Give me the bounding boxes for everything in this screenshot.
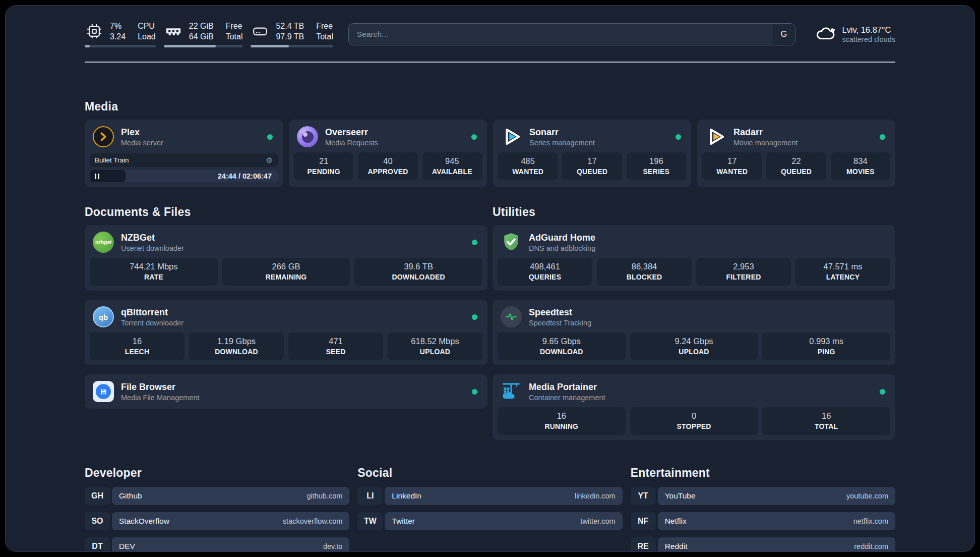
bookmark-linkedin[interactable]: LI LinkedIn linkedin.com <box>357 487 622 505</box>
bookmark-dev[interactable]: DT DEV dev.to <box>85 537 349 552</box>
bookmark-url: stackoverflow.com <box>283 517 342 525</box>
stat-box: 266 GB REMAINING <box>222 258 350 286</box>
cpu-usage: 7% <box>110 21 126 31</box>
app-card-nzbget[interactable]: nzbget NZBGet Usenet downloader 744.21 M… <box>85 225 487 291</box>
cpu-icon <box>85 22 104 41</box>
stat-value: 9.65 Gbps <box>500 337 624 346</box>
stat-label: DOWNLOAD <box>191 348 282 356</box>
app-name: Media Portainer <box>529 382 873 393</box>
app-card-radarr[interactable]: Radarr Movie management 17 WANTED 22 QUE… <box>697 120 895 187</box>
qbittorrent-icon: qb <box>93 306 114 327</box>
stat-label: QUERIES <box>500 273 590 281</box>
stat-box: 39.6 TB DOWNLOADED <box>354 258 482 286</box>
gear-icon[interactable]: ⚙ <box>266 156 273 164</box>
app-card-adguard[interactable]: AdGuard Home DNS and adblocking 498,461 … <box>493 225 895 291</box>
cpu-label: CPU <box>138 21 156 31</box>
now-playing-bar[interactable]: Bullet Train ⚙ <box>90 153 278 167</box>
entertainment-section-title: Entertainment <box>631 466 895 480</box>
bookmark-reddit[interactable]: RE Reddit reddit.com <box>631 537 895 552</box>
stat-box: 17 QUEUED <box>562 152 622 180</box>
app-card-speedtest[interactable]: Speedtest Speedtest Tracking 9.65 Gbps D… <box>493 300 895 365</box>
app-name: AdGuard Home <box>529 233 887 243</box>
nzbget-icon-text: nzbget <box>95 240 111 245</box>
stat-label: QUEUED <box>768 168 824 176</box>
app-card-qbittorrent[interactable]: qb qBittorrent Torrent downloader 16 <box>85 300 487 365</box>
memory-total-label: Total <box>226 31 243 42</box>
search-engine-button[interactable]: G <box>772 24 795 45</box>
app-name: File Browser <box>121 382 465 393</box>
stat-label: FILTERED <box>698 273 789 281</box>
app-subtitle: Speedtest Tracking <box>529 319 887 327</box>
bookmark-url: youtube.com <box>846 492 888 500</box>
bookmark-netflix[interactable]: NF Netflix netflix.com <box>631 512 895 530</box>
stat-value: 86,384 <box>599 262 690 271</box>
stat-label: STOPPED <box>632 422 756 430</box>
stat-box: 618.52 Mbps UPLOAD <box>388 332 482 360</box>
stat-value: 498,461 <box>500 262 590 271</box>
stat-box: 1.19 Gbps DOWNLOAD <box>189 332 284 360</box>
stat-value: 0.993 ms <box>764 337 888 346</box>
stat-label: SEED <box>290 348 381 356</box>
stat-box: 471 SEED <box>288 332 383 360</box>
app-subtitle: Media File Management <box>121 394 465 402</box>
documents-section-title: Documents & Files <box>85 205 487 219</box>
stat-value: 39.6 TB <box>356 262 480 271</box>
section-media: Media Plex Media server <box>85 100 895 187</box>
bookmark-name: DEV <box>119 542 135 551</box>
playback-progress-bar[interactable]: 24:44 / 02:06:47 <box>90 170 278 182</box>
bookmark-abbr: GH <box>85 487 110 505</box>
bookmark-stackoverflow[interactable]: SO StackOverflow stackoverflow.com <box>85 512 349 530</box>
weather-location-temp: Lviv, 16.87°C <box>842 25 895 35</box>
dashboard: 7% 3.24 CPU Load <box>5 5 975 552</box>
search-bar: G <box>348 23 795 45</box>
stat-value: 196 <box>629 156 684 166</box>
status-online-dot <box>880 134 885 140</box>
qbittorrent-icon-text: qb <box>99 313 108 321</box>
stat-label: RUNNING <box>500 422 624 430</box>
pause-icon[interactable] <box>95 174 101 179</box>
memory-total: 64 GiB <box>189 31 214 42</box>
app-card-overseerr[interactable]: Overseerr Media Requests 21 PENDING 40 A… <box>289 120 487 187</box>
stat-value: 40 <box>360 156 415 166</box>
stat-label: UPLOAD <box>390 348 480 356</box>
app-name: Plex <box>121 127 260 138</box>
app-card-sonarr[interactable]: Sonarr Series management 485 WANTED 17 Q… <box>493 120 691 187</box>
bookmark-twitter[interactable]: TW Twitter twitter.com <box>357 512 622 530</box>
portainer-crane-icon <box>501 381 522 402</box>
memory-free: 22 GiB <box>189 21 214 31</box>
header-divider <box>85 62 895 63</box>
stat-box: 16 LEECH <box>90 332 185 360</box>
stat-box: 16 TOTAL <box>762 407 890 435</box>
app-name: NZBGet <box>121 233 465 243</box>
app-subtitle: Media Requests <box>325 139 464 147</box>
bookmark-url: twitter.com <box>580 517 615 525</box>
stat-box: 485 WANTED <box>498 152 558 180</box>
bookmark-name: LinkedIn <box>392 491 421 500</box>
app-name: Radarr <box>733 127 873 138</box>
stat-value: 485 <box>500 156 556 166</box>
sonarr-icon <box>501 126 522 147</box>
bookmark-github[interactable]: GH Github github.com <box>85 487 349 505</box>
stat-label: DOWNLOAD <box>500 348 624 356</box>
app-card-plex[interactable]: Plex Media server Bullet Train ⚙ 24:44 <box>85 120 283 187</box>
bookmark-url: reddit.com <box>854 542 888 550</box>
app-card-filebrowser[interactable]: File Browser Media File Management <box>85 374 487 409</box>
stat-label: UPLOAD <box>632 348 756 356</box>
app-subtitle: Usenet downloader <box>121 244 465 252</box>
top-bar: 7% 3.24 CPU Load <box>85 21 895 47</box>
search-input[interactable] <box>349 24 772 45</box>
bookmark-name: Reddit <box>665 542 688 551</box>
stat-label: BLOCKED <box>599 273 690 281</box>
bookmark-url: netflix.com <box>853 517 888 525</box>
stat-label: WANTED <box>704 168 760 176</box>
stat-box: 40 APPROVED <box>358 152 417 180</box>
bookmark-name: YouTube <box>665 491 696 500</box>
playback-played-segment <box>90 170 126 182</box>
stat-label: RATE <box>92 273 216 281</box>
stat-value: 1.19 Gbps <box>191 337 282 346</box>
bookmark-abbr: SO <box>85 512 110 530</box>
bookmark-youtube[interactable]: YT YouTube youtube.com <box>631 487 895 505</box>
filebrowser-icon <box>93 381 114 402</box>
app-card-portainer[interactable]: Media Portainer Container management 16 … <box>493 374 895 440</box>
app-subtitle: Media server <box>121 139 260 147</box>
